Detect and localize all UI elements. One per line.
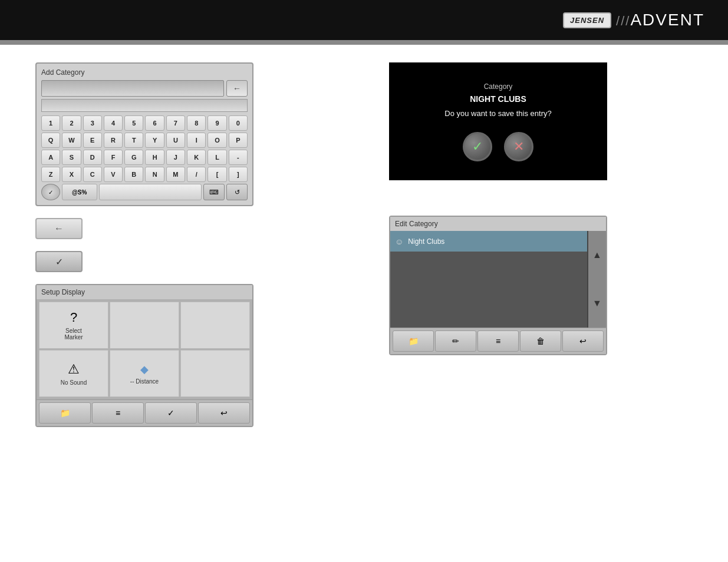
- night-clubs-icon: ☺: [395, 237, 403, 246]
- key-9[interactable]: 9: [207, 115, 226, 131]
- key-p[interactable]: P: [229, 133, 248, 148]
- setup-btn-folder[interactable]: 📁: [39, 402, 91, 424]
- distance-label: -- Distance: [130, 378, 159, 385]
- edit-category-panel: Edit Category ☺ Night Clubs ▲ ▼ 📁 ✏ ≡ 🗑 …: [389, 216, 607, 355]
- confirm-button-group: ✓ ✕: [463, 132, 533, 161]
- key-r[interactable]: R: [104, 133, 123, 148]
- edit-btn-pencil[interactable]: ✏: [435, 330, 476, 352]
- key-k[interactable]: K: [187, 150, 206, 165]
- edit-category-title: Edit Category: [390, 217, 606, 231]
- key-a[interactable]: A: [41, 150, 60, 165]
- key-symbols[interactable]: @S%: [62, 184, 97, 200]
- key-space[interactable]: [99, 184, 202, 200]
- confirm-text-block: Category NIGHT CLUBS Do you want to save…: [444, 81, 551, 120]
- key-circle-check[interactable]: ✓: [41, 184, 60, 200]
- confirm-yes-button[interactable]: ✓: [463, 132, 492, 161]
- edit-list-item-empty-4: [390, 309, 587, 328]
- setup-btn-check[interactable]: ✓: [145, 402, 197, 424]
- edit-bottom-buttons: 📁 ✏ ≡ 🗑 ↩: [390, 328, 606, 354]
- key-m[interactable]: M: [166, 167, 185, 182]
- key-v[interactable]: V: [104, 167, 123, 182]
- subheader-line: [0, 40, 728, 45]
- setup-cell-no-sound[interactable]: ⚠ No Sound: [39, 350, 108, 397]
- key-4[interactable]: 4: [104, 115, 123, 131]
- key-x[interactable]: X: [62, 167, 81, 182]
- scroll-down-button[interactable]: ▼: [588, 279, 606, 328]
- warning-icon: ⚠: [68, 362, 80, 377]
- key-b[interactable]: B: [124, 167, 143, 182]
- select-marker-label: SelectMarker: [64, 328, 83, 340]
- key-8[interactable]: 8: [187, 115, 206, 131]
- key-5[interactable]: 5: [124, 115, 143, 131]
- confirm-question: Do you want to save this entry?: [444, 108, 551, 120]
- key-j[interactable]: J: [166, 150, 185, 165]
- left-column: Add Category ← 1 2 3 4 5 6 7 8 9 0 Q: [35, 62, 259, 427]
- no-sound-label: No Sound: [61, 379, 87, 386]
- setup-display-panel: Setup Display ? SelectMarker ⚠ No Sound …: [35, 284, 253, 427]
- nav-button-row: ←: [35, 218, 259, 239]
- key-2[interactable]: 2: [62, 115, 81, 131]
- setup-cell-empty-2: [180, 302, 250, 349]
- category-confirm-dialog: Category NIGHT CLUBS Do you want to save…: [389, 62, 607, 180]
- key-q[interactable]: Q: [41, 133, 60, 148]
- key-t[interactable]: T: [124, 133, 143, 148]
- edit-btn-folder[interactable]: 📁: [393, 330, 434, 352]
- key-u[interactable]: U: [166, 133, 185, 148]
- setup-cell-select-marker[interactable]: ? SelectMarker: [39, 302, 108, 349]
- key-i[interactable]: I: [187, 133, 206, 148]
- jensen-logo: JENSEN: [563, 12, 611, 28]
- back-nav-button[interactable]: ←: [35, 218, 83, 239]
- key-dash[interactable]: -: [229, 150, 248, 165]
- key-1[interactable]: 1: [41, 115, 60, 131]
- distance-icon: ◆: [140, 363, 149, 376]
- keyboard-number-row: 1 2 3 4 5 6 7 8 9 0: [41, 115, 248, 131]
- refresh-icon-button[interactable]: ↺: [226, 184, 248, 200]
- key-e[interactable]: E: [83, 133, 102, 148]
- setup-btn-back[interactable]: ↩: [198, 402, 250, 424]
- key-0[interactable]: 0: [229, 115, 248, 131]
- confirm-no-button[interactable]: ✕: [504, 132, 533, 161]
- setup-cell-empty-1: [110, 302, 179, 349]
- confirm-check-button[interactable]: ✓: [35, 251, 83, 272]
- input-secondary-bar: [41, 99, 248, 112]
- edit-btn-delete[interactable]: 🗑: [520, 330, 561, 352]
- edit-list-item-night-clubs[interactable]: ☺ Night Clubs: [390, 231, 587, 252]
- key-lbracket[interactable]: [: [207, 167, 226, 182]
- setup-cell-empty-3: [180, 350, 250, 397]
- key-f[interactable]: F: [104, 150, 123, 165]
- confirm-category-label: Category: [444, 81, 551, 92]
- edit-btn-list[interactable]: ≡: [477, 330, 519, 352]
- key-y[interactable]: Y: [145, 133, 164, 148]
- add-category-panel: Add Category ← 1 2 3 4 5 6 7 8 9 0 Q: [35, 62, 253, 206]
- backspace-button[interactable]: ←: [226, 80, 248, 97]
- setup-btn-list[interactable]: ≡: [92, 402, 144, 424]
- key-n[interactable]: N: [145, 167, 164, 182]
- key-g[interactable]: G: [124, 150, 143, 165]
- key-slash[interactable]: /: [187, 167, 206, 182]
- key-rbracket[interactable]: ]: [229, 167, 248, 182]
- advent-slashes: ///: [616, 14, 630, 28]
- category-text-input[interactable]: [41, 80, 224, 97]
- add-category-title: Add Category: [41, 68, 248, 77]
- setup-cell-distance[interactable]: ◆ -- Distance: [110, 350, 179, 397]
- key-7[interactable]: 7: [166, 115, 185, 131]
- keyboard-zxcv-row: Z X C V B N M / [ ]: [41, 167, 248, 182]
- edit-list-item-empty-1: [390, 252, 587, 271]
- key-z[interactable]: Z: [41, 167, 60, 182]
- key-d[interactable]: D: [83, 150, 102, 165]
- key-h[interactable]: H: [145, 150, 164, 165]
- setup-display-title: Setup Display: [37, 285, 252, 299]
- key-l[interactable]: L: [207, 150, 226, 165]
- key-6[interactable]: 6: [145, 115, 164, 131]
- key-o[interactable]: O: [207, 133, 226, 148]
- keyboard-icon-button[interactable]: ⌨: [203, 184, 225, 200]
- key-w[interactable]: W: [62, 133, 81, 148]
- key-s[interactable]: S: [62, 150, 81, 165]
- key-c[interactable]: C: [83, 167, 102, 182]
- edit-btn-back[interactable]: ↩: [562, 330, 604, 352]
- header: JENSEN ///ADVENT: [0, 0, 728, 40]
- key-3[interactable]: 3: [83, 115, 102, 131]
- scroll-up-button[interactable]: ▲: [588, 231, 606, 279]
- setup-bottom-buttons: 📁 ≡ ✓ ↩: [37, 399, 252, 426]
- keyboard-bottom-row: ✓ @S% ⌨ ↺: [41, 184, 248, 200]
